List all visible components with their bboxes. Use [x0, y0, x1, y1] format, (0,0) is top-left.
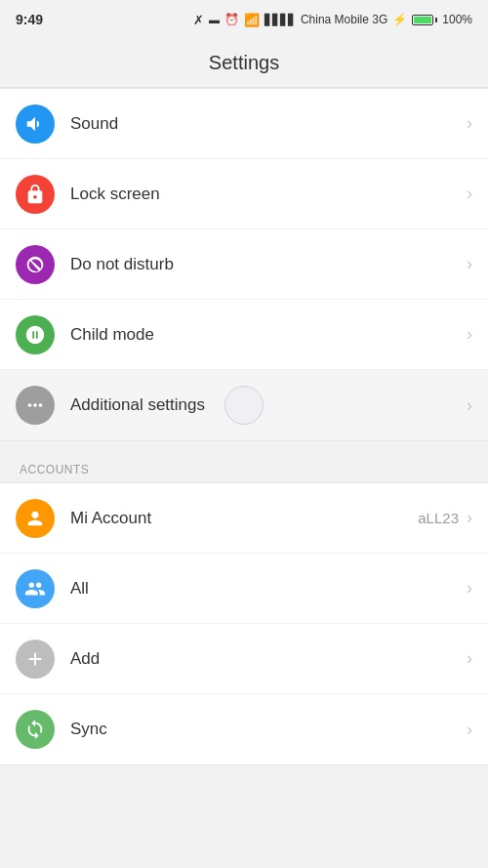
main-settings-section: Sound › Lock screen › Do not disturb › C… [0, 88, 488, 441]
menu-item-do-not-disturb[interactable]: Do not disturb › [0, 229, 488, 300]
status-time: 9:49 [16, 12, 43, 27]
menu-item-all[interactable]: All › [0, 554, 488, 624]
lock-screen-label: Lock screen [70, 185, 467, 204]
sync-label: Sync [70, 720, 467, 739]
alarm-icon: ⏰ [224, 13, 239, 26]
child-mode-chevron: › [467, 324, 472, 345]
sound-label: Sound [70, 114, 467, 134]
sync-chevron: › [467, 720, 472, 740]
menu-item-mi-account[interactable]: Mi Account aLL23 › [0, 483, 488, 554]
do-not-disturb-label: Do not disturb [70, 255, 467, 274]
additional-settings-chevron: › [467, 395, 472, 416]
child-mode-label: Child mode [70, 325, 467, 345]
lock-screen-icon [16, 175, 55, 214]
wifi-icon: 📶 [244, 13, 260, 27]
page-header: Settings [0, 39, 488, 88]
menu-item-lock-screen[interactable]: Lock screen › [0, 159, 488, 229]
sim-icon: ▬ [209, 14, 220, 25]
carrier-name: China Mobile 3G [301, 13, 387, 26]
add-account-label: Add [70, 649, 467, 669]
lock-screen-chevron: › [467, 184, 472, 204]
accounts-section: Mi Account aLL23 › All › Add › Sync › [0, 482, 488, 765]
all-accounts-chevron: › [467, 578, 472, 599]
charging-icon: ⚡ [392, 13, 407, 26]
child-mode-icon [16, 315, 55, 354]
page-title: Settings [209, 52, 279, 74]
do-not-disturb-chevron: › [467, 254, 472, 274]
add-account-chevron: › [467, 648, 472, 669]
mi-account-value: aLL23 [418, 510, 459, 526]
battery-icon [412, 15, 437, 25]
all-accounts-icon [16, 569, 55, 608]
menu-item-add[interactable]: Add › [0, 624, 488, 694]
status-bar: 9:49 ✗ ▬ ⏰ 📶 ▋▋▋▋ China Mobile 3G ⚡ 100% [0, 0, 488, 39]
status-right: ✗ ▬ ⏰ 📶 ▋▋▋▋ China Mobile 3G ⚡ 100% [193, 13, 472, 27]
sound-icon [16, 104, 55, 144]
mi-account-chevron: › [467, 508, 472, 528]
additional-settings-icon [16, 386, 55, 425]
do-not-disturb-icon [16, 245, 55, 284]
accounts-section-label: ACCOUNTS [0, 449, 488, 482]
menu-item-additional-settings[interactable]: Additional settings › [0, 370, 488, 440]
mi-account-label: Mi Account [70, 509, 418, 528]
signal-icon: ▋▋▋▋ [264, 14, 296, 26]
menu-item-sync[interactable]: Sync › [0, 694, 488, 765]
sound-chevron: › [467, 113, 472, 134]
battery-percent: 100% [442, 13, 472, 26]
bluetooth-icon: ✗ [193, 13, 204, 27]
mi-account-icon [16, 499, 55, 538]
menu-item-sound[interactable]: Sound › [0, 89, 488, 159]
sync-icon [16, 710, 55, 749]
additional-settings-label: Additional settings [70, 395, 467, 415]
all-accounts-label: All [70, 579, 467, 599]
menu-item-child-mode[interactable]: Child mode › [0, 300, 488, 370]
add-account-icon [16, 640, 55, 679]
